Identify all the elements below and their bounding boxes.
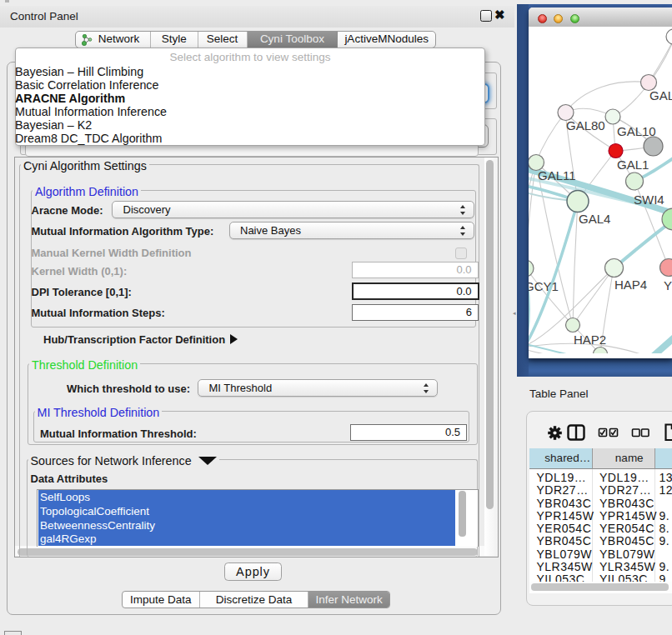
svg-text:GCY1: GCY1 <box>529 279 559 293</box>
svg-text:Y: Y <box>664 278 672 292</box>
svg-text:GAL10: GAL10 <box>617 124 656 138</box>
svg-text:GAL: GAL <box>649 88 672 102</box>
svg-text:HAP4: HAP4 <box>614 278 647 292</box>
svg-text:GAL4: GAL4 <box>579 212 610 226</box>
svg-text:GAL11: GAL11 <box>538 168 576 182</box>
svg-text:GAL80: GAL80 <box>566 118 605 132</box>
svg-text:GAL1: GAL1 <box>617 158 649 172</box>
svg-text:SWI4: SWI4 <box>634 192 664 207</box>
svg-text:HAP2: HAP2 <box>574 332 606 347</box>
